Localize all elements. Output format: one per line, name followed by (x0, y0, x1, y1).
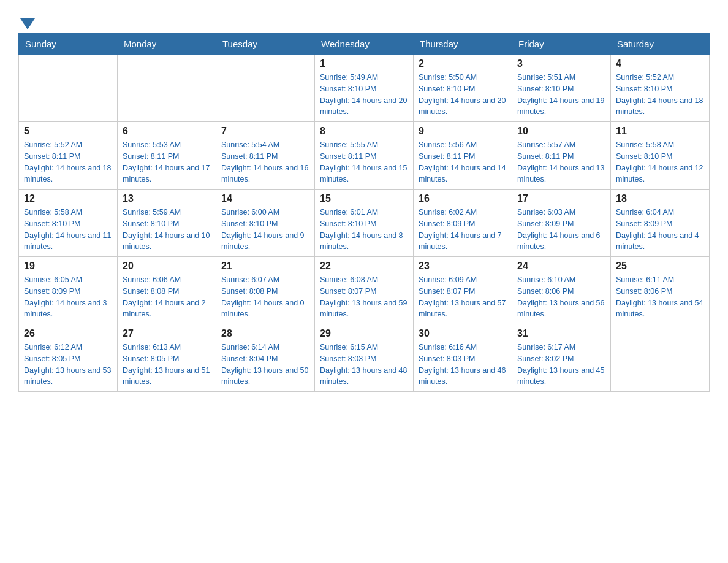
day-number: 3 (517, 58, 605, 69)
calendar-cell: 22Sunrise: 6:08 AM Sunset: 8:07 PM Dayli… (315, 257, 414, 324)
day-number: 16 (419, 193, 507, 204)
calendar-cell: 23Sunrise: 6:09 AM Sunset: 8:07 PM Dayli… (414, 257, 512, 324)
calendar-day-header: Sunday (19, 34, 118, 55)
calendar-cell: 18Sunrise: 6:04 AM Sunset: 8:09 PM Dayli… (611, 190, 710, 257)
calendar-day-header: Friday (512, 34, 611, 55)
calendar-cell: 25Sunrise: 6:11 AM Sunset: 8:06 PM Dayli… (611, 257, 710, 324)
day-number: 19 (24, 261, 112, 272)
calendar-cell: 30Sunrise: 6:16 AM Sunset: 8:03 PM Dayli… (414, 324, 512, 392)
calendar-cell: 6Sunrise: 5:53 AM Sunset: 8:11 PM Daylig… (118, 122, 216, 190)
day-number: 25 (616, 261, 704, 272)
calendar-cell: 9Sunrise: 5:56 AM Sunset: 8:11 PM Daylig… (414, 122, 512, 190)
day-info: Sunrise: 5:57 AM Sunset: 8:11 PM Dayligh… (517, 139, 605, 185)
day-number: 21 (221, 261, 309, 272)
calendar-cell: 12Sunrise: 5:58 AM Sunset: 8:10 PM Dayli… (19, 190, 118, 257)
calendar-cell: 4Sunrise: 5:52 AM Sunset: 8:10 PM Daylig… (611, 55, 710, 122)
day-number: 5 (24, 126, 112, 137)
calendar-week-row: 5Sunrise: 5:52 AM Sunset: 8:11 PM Daylig… (19, 122, 710, 190)
day-info: Sunrise: 5:52 AM Sunset: 8:11 PM Dayligh… (24, 139, 112, 185)
day-number: 9 (419, 126, 507, 137)
day-info: Sunrise: 6:04 AM Sunset: 8:09 PM Dayligh… (616, 207, 704, 253)
calendar-cell (118, 55, 216, 122)
day-number: 27 (123, 328, 211, 339)
calendar-cell: 7Sunrise: 5:54 AM Sunset: 8:11 PM Daylig… (216, 122, 315, 190)
day-number: 22 (320, 261, 408, 272)
day-info: Sunrise: 5:56 AM Sunset: 8:11 PM Dayligh… (419, 139, 507, 185)
page-header (18, 12, 710, 27)
calendar-cell: 24Sunrise: 6:10 AM Sunset: 8:06 PM Dayli… (512, 257, 611, 324)
day-info: Sunrise: 5:50 AM Sunset: 8:10 PM Dayligh… (419, 72, 507, 118)
day-info: Sunrise: 6:03 AM Sunset: 8:09 PM Dayligh… (517, 207, 605, 253)
calendar-cell: 5Sunrise: 5:52 AM Sunset: 8:11 PM Daylig… (19, 122, 118, 190)
calendar-cell: 17Sunrise: 6:03 AM Sunset: 8:09 PM Dayli… (512, 190, 611, 257)
day-number: 29 (320, 328, 408, 339)
day-info: Sunrise: 6:07 AM Sunset: 8:08 PM Dayligh… (221, 274, 309, 320)
day-info: Sunrise: 5:58 AM Sunset: 8:10 PM Dayligh… (616, 139, 704, 185)
day-info: Sunrise: 6:12 AM Sunset: 8:05 PM Dayligh… (24, 342, 112, 388)
calendar-cell: 14Sunrise: 6:00 AM Sunset: 8:10 PM Dayli… (216, 190, 315, 257)
calendar-week-row: 19Sunrise: 6:05 AM Sunset: 8:09 PM Dayli… (19, 257, 710, 324)
day-info: Sunrise: 6:11 AM Sunset: 8:06 PM Dayligh… (616, 274, 704, 320)
logo (18, 12, 35, 27)
calendar-header-row: SundayMondayTuesdayWednesdayThursdayFrid… (19, 34, 710, 55)
day-number: 17 (517, 193, 605, 204)
day-number: 18 (616, 193, 704, 204)
calendar-day-header: Wednesday (315, 34, 414, 55)
day-info: Sunrise: 5:49 AM Sunset: 8:10 PM Dayligh… (320, 72, 408, 118)
day-number: 15 (320, 193, 408, 204)
day-info: Sunrise: 6:13 AM Sunset: 8:05 PM Dayligh… (123, 342, 211, 388)
calendar-week-row: 12Sunrise: 5:58 AM Sunset: 8:10 PM Dayli… (19, 190, 710, 257)
day-info: Sunrise: 6:09 AM Sunset: 8:07 PM Dayligh… (419, 274, 507, 320)
day-number: 26 (24, 328, 112, 339)
calendar-cell (611, 324, 710, 392)
day-number: 13 (123, 193, 211, 204)
calendar-cell: 10Sunrise: 5:57 AM Sunset: 8:11 PM Dayli… (512, 122, 611, 190)
day-info: Sunrise: 6:05 AM Sunset: 8:09 PM Dayligh… (24, 274, 112, 320)
calendar-cell: 28Sunrise: 6:14 AM Sunset: 8:04 PM Dayli… (216, 324, 315, 392)
day-number: 1 (320, 58, 408, 69)
calendar-cell: 20Sunrise: 6:06 AM Sunset: 8:08 PM Dayli… (118, 257, 216, 324)
day-number: 24 (517, 261, 605, 272)
calendar-cell: 27Sunrise: 6:13 AM Sunset: 8:05 PM Dayli… (118, 324, 216, 392)
day-number: 8 (320, 126, 408, 137)
day-info: Sunrise: 6:06 AM Sunset: 8:08 PM Dayligh… (123, 274, 211, 320)
day-number: 11 (616, 126, 704, 137)
day-info: Sunrise: 5:53 AM Sunset: 8:11 PM Dayligh… (123, 139, 211, 185)
day-number: 10 (517, 126, 605, 137)
calendar-day-header: Saturday (611, 34, 710, 55)
day-number: 31 (517, 328, 605, 339)
calendar-day-header: Tuesday (216, 34, 315, 55)
day-number: 12 (24, 193, 112, 204)
calendar-cell: 11Sunrise: 5:58 AM Sunset: 8:10 PM Dayli… (611, 122, 710, 190)
calendar-cell: 31Sunrise: 6:17 AM Sunset: 8:02 PM Dayli… (512, 324, 611, 392)
logo-arrow-icon (20, 18, 35, 29)
day-number: 14 (221, 193, 309, 204)
day-number: 23 (419, 261, 507, 272)
calendar-table: SundayMondayTuesdayWednesdayThursdayFrid… (18, 33, 710, 392)
day-info: Sunrise: 6:08 AM Sunset: 8:07 PM Dayligh… (320, 274, 408, 320)
day-info: Sunrise: 6:15 AM Sunset: 8:03 PM Dayligh… (320, 342, 408, 388)
calendar-week-row: 26Sunrise: 6:12 AM Sunset: 8:05 PM Dayli… (19, 324, 710, 392)
calendar-week-row: 1Sunrise: 5:49 AM Sunset: 8:10 PM Daylig… (19, 55, 710, 122)
calendar-cell (216, 55, 315, 122)
day-number: 28 (221, 328, 309, 339)
day-number: 20 (123, 261, 211, 272)
calendar-cell (19, 55, 118, 122)
day-number: 2 (419, 58, 507, 69)
day-info: Sunrise: 6:00 AM Sunset: 8:10 PM Dayligh… (221, 207, 309, 253)
day-info: Sunrise: 6:16 AM Sunset: 8:03 PM Dayligh… (419, 342, 507, 388)
calendar-cell: 2Sunrise: 5:50 AM Sunset: 8:10 PM Daylig… (414, 55, 512, 122)
day-info: Sunrise: 5:51 AM Sunset: 8:10 PM Dayligh… (517, 72, 605, 118)
day-info: Sunrise: 5:55 AM Sunset: 8:11 PM Dayligh… (320, 139, 408, 185)
calendar-cell: 3Sunrise: 5:51 AM Sunset: 8:10 PM Daylig… (512, 55, 611, 122)
day-number: 30 (419, 328, 507, 339)
calendar-cell: 19Sunrise: 6:05 AM Sunset: 8:09 PM Dayli… (19, 257, 118, 324)
calendar-day-header: Thursday (414, 34, 512, 55)
calendar-cell: 15Sunrise: 6:01 AM Sunset: 8:10 PM Dayli… (315, 190, 414, 257)
calendar-cell: 26Sunrise: 6:12 AM Sunset: 8:05 PM Dayli… (19, 324, 118, 392)
day-info: Sunrise: 5:59 AM Sunset: 8:10 PM Dayligh… (123, 207, 211, 253)
day-info: Sunrise: 6:10 AM Sunset: 8:06 PM Dayligh… (517, 274, 605, 320)
day-info: Sunrise: 6:02 AM Sunset: 8:09 PM Dayligh… (419, 207, 507, 253)
day-info: Sunrise: 5:52 AM Sunset: 8:10 PM Dayligh… (616, 72, 704, 118)
calendar-cell: 13Sunrise: 5:59 AM Sunset: 8:10 PM Dayli… (118, 190, 216, 257)
